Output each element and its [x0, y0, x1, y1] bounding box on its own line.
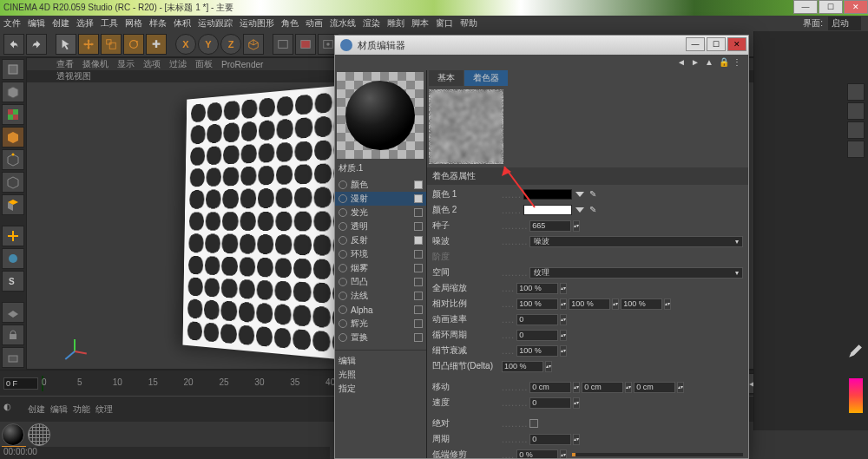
dialog-maximize[interactable]: ☐: [707, 37, 726, 51]
start-frame-input[interactable]: [3, 377, 38, 390]
vp-camera[interactable]: 摄像机: [82, 58, 108, 70]
menu-window[interactable]: 窗口: [436, 17, 453, 30]
tab-shader[interactable]: 着色器: [464, 70, 508, 86]
color1-swatch[interactable]: [523, 189, 572, 200]
loop-spinner[interactable]: ▴▾: [560, 330, 567, 341]
material-preview[interactable]: [337, 72, 424, 159]
enable-axis[interactable]: [2, 226, 24, 246]
low-input[interactable]: [516, 449, 558, 459]
vp-panel[interactable]: 面板: [195, 58, 213, 70]
color-gradient[interactable]: [849, 378, 863, 413]
delta-spinner[interactable]: ▴▾: [545, 361, 552, 372]
rel-x-spinner[interactable]: ▴▾: [560, 298, 567, 310]
channel-assign[interactable]: 指定: [335, 382, 426, 396]
vp-filter[interactable]: 过滤: [169, 58, 187, 70]
move-z-spinner[interactable]: ▴▾: [677, 382, 684, 393]
dialog-titlebar[interactable]: 材质编辑器 — ☐ ✕: [335, 36, 748, 55]
menu-select[interactable]: 选择: [76, 17, 94, 30]
vp-view[interactable]: 查看: [56, 58, 74, 70]
planar-workplane[interactable]: [2, 347, 24, 368]
model-mode[interactable]: [2, 82, 24, 102]
move-z[interactable]: [634, 382, 675, 393]
vp-prorender[interactable]: ProRender: [221, 60, 263, 69]
workplane-button[interactable]: [2, 302, 24, 323]
tab-basic[interactable]: 基本: [429, 70, 464, 86]
viewport-solo[interactable]: [2, 248, 24, 269]
low-slider[interactable]: [572, 453, 743, 456]
rel-z-input[interactable]: [621, 298, 662, 310]
z-axis-lock[interactable]: Z: [220, 34, 241, 55]
make-editable-button[interactable]: [2, 59, 24, 80]
lock-icon[interactable]: 🔒: [719, 57, 729, 68]
redo-button[interactable]: [26, 34, 47, 55]
global-spinner[interactable]: ▴▾: [560, 283, 567, 294]
attr-tool-4[interactable]: [847, 141, 865, 158]
channel-5[interactable]: 环境: [335, 247, 426, 261]
cycle-input[interactable]: [529, 434, 571, 445]
move-y-spinner[interactable]: ▴▾: [625, 382, 632, 393]
color2-picker-icon[interactable]: ✎: [589, 205, 600, 215]
speed-spinner[interactable]: ▴▾: [573, 397, 580, 409]
texture-mode[interactable]: [2, 104, 24, 125]
menu-edit[interactable]: 编辑: [28, 17, 45, 30]
detail-input[interactable]: [516, 345, 558, 357]
mat-func[interactable]: 功能: [73, 403, 90, 416]
recent-tool[interactable]: ✚: [146, 34, 167, 55]
rel-y-spinner[interactable]: ▴▾: [612, 298, 619, 310]
point-mode[interactable]: [2, 149, 24, 170]
seed-spinner[interactable]: ▴▾: [573, 220, 580, 232]
cycle-spinner[interactable]: ▴▾: [573, 434, 580, 445]
render-pv-button[interactable]: [295, 34, 316, 55]
dialog-close[interactable]: ✕: [727, 37, 746, 51]
x-axis-lock[interactable]: X: [175, 34, 196, 55]
menu-icon[interactable]: ⋮: [733, 57, 743, 68]
channel-edit[interactable]: 编辑: [335, 354, 426, 368]
rel-x-input[interactable]: [516, 298, 558, 310]
lock-workplane[interactable]: [2, 325, 24, 345]
menu-sculpt[interactable]: 雕刻: [387, 17, 404, 30]
move-x-spinner[interactable]: ▴▾: [573, 382, 580, 393]
loop-input[interactable]: [516, 330, 558, 341]
nav-fwd-icon[interactable]: ►: [691, 57, 701, 68]
minimize-button[interactable]: —: [793, 0, 818, 14]
rel-z-spinner[interactable]: ▴▾: [664, 298, 671, 310]
color1-picker-icon[interactable]: ✎: [589, 189, 600, 200]
menu-mograph[interactable]: 运动图形: [240, 17, 274, 30]
mat-edit[interactable]: 编辑: [50, 403, 68, 416]
y-axis-lock[interactable]: Y: [198, 34, 219, 55]
channel-10[interactable]: 辉光: [335, 317, 426, 331]
rotate-tool[interactable]: [123, 34, 144, 55]
material-new-icon[interactable]: ◐: [3, 402, 23, 417]
menu-help[interactable]: 帮助: [460, 17, 477, 30]
attr-tool-3[interactable]: [847, 121, 865, 139]
low-spinner[interactable]: ▴▾: [560, 449, 567, 459]
menu-file[interactable]: 文件: [3, 17, 21, 30]
attr-tool-1[interactable]: [847, 83, 865, 101]
speed-input[interactable]: [529, 397, 571, 409]
channel-illum[interactable]: 光照: [335, 368, 426, 382]
close-button[interactable]: ✕: [844, 0, 868, 14]
channel-11[interactable]: 置换: [335, 331, 426, 344]
object-mode[interactable]: [2, 127, 24, 148]
material-name-field[interactable]: 材质.1: [335, 161, 426, 176]
layout-dropdown[interactable]: 启动: [828, 16, 861, 30]
select-tool[interactable]: [56, 34, 76, 55]
abs-checkbox[interactable]: [529, 419, 538, 428]
edge-mode[interactable]: [2, 172, 24, 193]
mat-create[interactable]: 创建: [28, 403, 45, 416]
menu-pipeline[interactable]: 流水线: [330, 17, 356, 30]
poly-mode[interactable]: [2, 194, 24, 215]
snap-button[interactable]: S: [2, 271, 24, 292]
attr-tool-2[interactable]: [847, 102, 865, 120]
space-dropdown[interactable]: 纹理: [529, 267, 743, 279]
menu-render[interactable]: 渲染: [363, 17, 380, 30]
menu-script[interactable]: 脚本: [411, 17, 429, 30]
pencil-icon[interactable]: [847, 344, 863, 361]
color2-swatch[interactable]: [523, 205, 572, 215]
menu-tracker[interactable]: 运动跟踪: [198, 17, 233, 30]
menu-animate[interactable]: 动画: [306, 17, 323, 30]
menu-create[interactable]: 创建: [52, 17, 69, 30]
vp-options[interactable]: 选项: [143, 58, 161, 70]
menu-volume[interactable]: 体积: [174, 17, 191, 30]
move-y[interactable]: [582, 382, 623, 393]
